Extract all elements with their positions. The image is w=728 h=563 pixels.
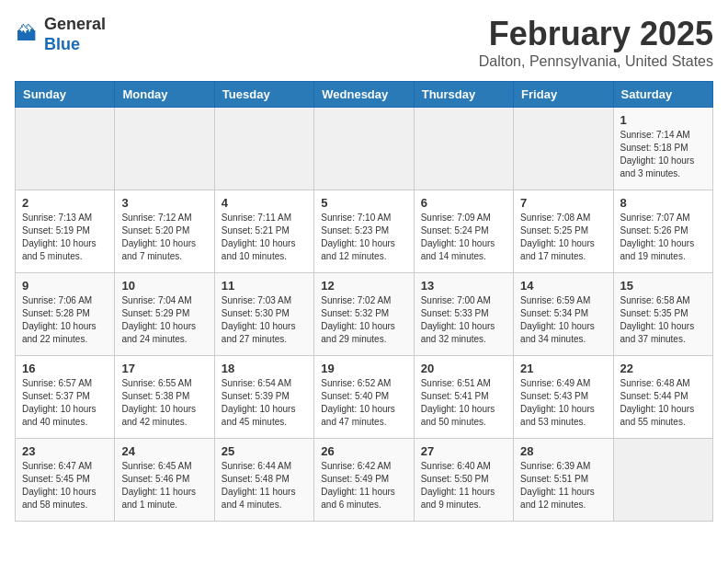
day-number: 1 [620,113,706,127]
header: 🏔 General Blue February 2025 Dalton, Pen… [15,15,713,70]
calendar-cell [115,108,214,190]
calendar-cell [414,108,513,190]
calendar-cell [214,108,313,190]
day-info: Sunrise: 6:42 AM Sunset: 5:49 PM Dayligh… [321,460,406,511]
day-info: Sunrise: 6:40 AM Sunset: 5:50 PM Dayligh… [421,460,506,511]
calendar-cell: 18Sunrise: 6:54 AM Sunset: 5:39 PM Dayli… [214,356,313,439]
day-number: 15 [620,279,706,293]
day-number: 8 [620,196,706,210]
day-number: 19 [321,362,406,375]
day-info: Sunrise: 6:48 AM Sunset: 5:44 PM Dayligh… [620,377,706,429]
logo-blue: Blue [44,35,80,53]
calendar-cell: 24Sunrise: 6:45 AM Sunset: 5:46 PM Dayli… [115,439,214,522]
day-info: Sunrise: 6:59 AM Sunset: 5:34 PM Dayligh… [520,294,606,346]
weekday-header-saturday: Saturday [613,82,712,108]
day-info: Sunrise: 7:08 AM Sunset: 5:25 PM Dayligh… [520,212,606,263]
day-number: 27 [421,444,506,458]
week-row-3: 9Sunrise: 7:06 AM Sunset: 5:28 PM Daylig… [16,273,713,356]
day-info: Sunrise: 6:39 AM Sunset: 5:51 PM Dayligh… [520,460,606,511]
day-number: 2 [22,196,108,210]
day-number: 20 [421,362,506,375]
day-number: 16 [22,362,108,375]
calendar-cell: 22Sunrise: 6:48 AM Sunset: 5:44 PM Dayli… [613,356,712,439]
day-info: Sunrise: 7:13 AM Sunset: 5:19 PM Dayligh… [22,212,108,263]
day-number: 3 [121,196,207,210]
calendar-cell: 4Sunrise: 7:11 AM Sunset: 5:21 PM Daylig… [214,190,313,273]
calendar-title: February 2025 [479,15,713,53]
day-number: 25 [222,444,307,458]
calendar-cell: 28Sunrise: 6:39 AM Sunset: 5:51 PM Dayli… [514,439,613,522]
calendar-subtitle: Dalton, Pennsylvania, United States [479,53,713,70]
day-number: 13 [421,279,506,293]
day-info: Sunrise: 6:47 AM Sunset: 5:45 PM Dayligh… [22,460,108,511]
calendar-cell: 5Sunrise: 7:10 AM Sunset: 5:23 PM Daylig… [314,190,414,273]
weekday-header-row: SundayMondayTuesdayWednesdayThursdayFrid… [16,82,713,108]
weekday-header-wednesday: Wednesday [314,82,414,108]
calendar-cell: 6Sunrise: 7:09 AM Sunset: 5:24 PM Daylig… [414,190,513,273]
day-number: 10 [121,279,207,293]
calendar-cell: 15Sunrise: 6:58 AM Sunset: 5:35 PM Dayli… [613,273,712,356]
day-info: Sunrise: 6:54 AM Sunset: 5:39 PM Dayligh… [222,377,307,429]
week-row-4: 16Sunrise: 6:57 AM Sunset: 5:37 PM Dayli… [16,356,713,439]
day-info: Sunrise: 6:55 AM Sunset: 5:38 PM Dayligh… [121,377,207,429]
day-number: 9 [22,279,108,293]
day-info: Sunrise: 7:11 AM Sunset: 5:21 PM Dayligh… [222,212,307,263]
day-number: 26 [321,444,406,458]
calendar-cell: 20Sunrise: 6:51 AM Sunset: 5:41 PM Dayli… [414,356,513,439]
calendar-cell: 7Sunrise: 7:08 AM Sunset: 5:25 PM Daylig… [514,190,613,273]
logo: 🏔 General Blue [15,15,106,54]
day-number: 28 [520,444,606,458]
day-number: 7 [520,196,606,210]
week-row-5: 23Sunrise: 6:47 AM Sunset: 5:45 PM Dayli… [16,439,713,522]
day-number: 22 [620,362,706,375]
day-info: Sunrise: 7:03 AM Sunset: 5:30 PM Dayligh… [222,294,307,346]
weekday-header-sunday: Sunday [16,82,115,108]
day-info: Sunrise: 6:44 AM Sunset: 5:48 PM Dayligh… [222,460,307,511]
day-info: Sunrise: 7:06 AM Sunset: 5:28 PM Dayligh… [22,294,108,346]
calendar-cell: 23Sunrise: 6:47 AM Sunset: 5:45 PM Dayli… [16,439,115,522]
day-number: 12 [321,279,406,293]
calendar-cell: 1Sunrise: 7:14 AM Sunset: 5:18 PM Daylig… [613,108,712,190]
day-info: Sunrise: 7:12 AM Sunset: 5:20 PM Dayligh… [121,212,207,263]
logo-general: General [44,15,106,33]
weekday-header-monday: Monday [115,82,214,108]
day-info: Sunrise: 6:58 AM Sunset: 5:35 PM Dayligh… [620,294,706,346]
calendar-cell: 17Sunrise: 6:55 AM Sunset: 5:38 PM Dayli… [115,356,214,439]
day-info: Sunrise: 7:02 AM Sunset: 5:32 PM Dayligh… [321,294,406,346]
day-info: Sunrise: 6:52 AM Sunset: 5:40 PM Dayligh… [321,377,406,429]
week-row-1: 1Sunrise: 7:14 AM Sunset: 5:18 PM Daylig… [16,108,713,190]
day-info: Sunrise: 6:51 AM Sunset: 5:41 PM Dayligh… [421,377,506,429]
day-number: 6 [421,196,506,210]
day-info: Sunrise: 6:57 AM Sunset: 5:37 PM Dayligh… [22,377,108,429]
calendar-cell [16,108,115,190]
calendar-cell: 9Sunrise: 7:06 AM Sunset: 5:28 PM Daylig… [16,273,115,356]
day-number: 21 [520,362,606,375]
calendar-cell: 21Sunrise: 6:49 AM Sunset: 5:43 PM Dayli… [514,356,613,439]
logo-icon: 🏔 [15,22,40,48]
day-number: 18 [222,362,307,375]
day-number: 14 [520,279,606,293]
day-info: Sunrise: 7:09 AM Sunset: 5:24 PM Dayligh… [421,212,506,263]
calendar-cell [613,439,712,522]
week-row-2: 2Sunrise: 7:13 AM Sunset: 5:19 PM Daylig… [16,190,713,273]
weekday-header-friday: Friday [514,82,613,108]
calendar-cell: 14Sunrise: 6:59 AM Sunset: 5:34 PM Dayli… [514,273,613,356]
calendar-cell: 25Sunrise: 6:44 AM Sunset: 5:48 PM Dayli… [214,439,313,522]
calendar-cell: 10Sunrise: 7:04 AM Sunset: 5:29 PM Dayli… [115,273,214,356]
calendar-table: SundayMondayTuesdayWednesdayThursdayFrid… [15,81,713,522]
day-info: Sunrise: 6:49 AM Sunset: 5:43 PM Dayligh… [520,377,606,429]
day-info: Sunrise: 7:14 AM Sunset: 5:18 PM Dayligh… [620,129,706,180]
day-info: Sunrise: 7:07 AM Sunset: 5:26 PM Dayligh… [620,212,706,263]
day-number: 17 [121,362,207,375]
title-area: February 2025 Dalton, Pennsylvania, Unit… [479,15,713,70]
day-number: 24 [121,444,207,458]
weekday-header-thursday: Thursday [414,82,513,108]
calendar-cell: 26Sunrise: 6:42 AM Sunset: 5:49 PM Dayli… [314,439,414,522]
svg-text:🏔: 🏔 [17,22,37,45]
day-number: 4 [222,196,307,210]
calendar-cell [314,108,414,190]
day-number: 11 [222,279,307,293]
day-info: Sunrise: 6:45 AM Sunset: 5:46 PM Dayligh… [121,460,207,511]
calendar-cell [514,108,613,190]
day-info: Sunrise: 7:10 AM Sunset: 5:23 PM Dayligh… [321,212,406,263]
